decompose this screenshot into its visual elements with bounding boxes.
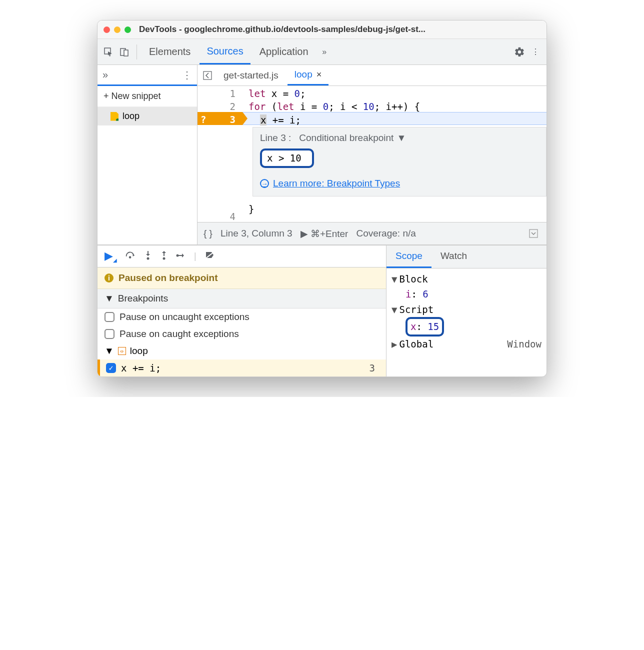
traffic-lights	[104, 26, 131, 33]
chevron-down-icon: ▼	[104, 293, 114, 304]
tab-elements[interactable]: Elements	[142, 39, 198, 64]
svg-point-8	[176, 254, 179, 257]
chevron-down-icon: ▼	[104, 346, 114, 356]
pause-uncaught-toggle[interactable]: Pause on uncaught exceptions	[98, 308, 386, 326]
chevron-right-icon[interactable]: ▶	[392, 338, 397, 350]
device-toggle-icon[interactable]	[118, 45, 132, 59]
line-gutter[interactable]: 1 2 3 4	[198, 86, 242, 222]
paused-message: i Paused on breakpoint	[98, 268, 386, 289]
line-number[interactable]: 2	[198, 99, 242, 112]
svg-point-5	[129, 256, 132, 258]
cursor-position: Line 3, Column 3	[220, 228, 292, 239]
file-item-loop[interactable]: loop	[98, 107, 197, 126]
svg-rect-4	[530, 230, 538, 238]
scope-tree[interactable]: ▼Block i: 6 ▼Script x: 15 ▶Global Window	[386, 268, 546, 354]
nav-menu-icon[interactable]: ⋮	[182, 69, 192, 81]
navigator-sidebar: » ⋮ + New snippet loop	[98, 65, 198, 244]
inspect-icon[interactable]	[102, 45, 116, 59]
step-out-icon[interactable]	[160, 250, 168, 262]
snippet-file-icon	[110, 112, 118, 121]
window-title: DevTools - googlechrome.github.io/devtoo…	[139, 24, 426, 34]
code-content[interactable]: let x = 0; for (let i = 0; i < 10; i++) …	[242, 86, 546, 222]
run-hint: ▶ ⌘+Enter	[300, 228, 348, 240]
bp-line-label: Line 3 :	[260, 132, 291, 144]
bp-condition-highlight	[260, 148, 314, 168]
file-item-label: loop	[122, 111, 140, 122]
breakpoint-entry[interactable]: ✓ x += i; 3	[98, 360, 386, 376]
tab-application[interactable]: Application	[252, 39, 316, 64]
arrow-right-circle-icon: →	[260, 179, 269, 188]
line-number-breakpoint[interactable]: 3	[198, 112, 242, 125]
expand-nav-icon[interactable]: »	[102, 69, 108, 80]
titlebar: DevTools - googlechrome.github.io/devtoo…	[98, 20, 546, 39]
deactivate-breakpoints-icon[interactable]	[204, 250, 216, 262]
editor-tab-label: loop	[294, 69, 312, 80]
learn-more-link[interactable]: → Learn more: Breakpoint Types	[260, 178, 539, 189]
debugger-left-panel: ▶◢ | i Paused on breakpoint ▼ Breakpoint…	[98, 246, 386, 376]
settings-icon[interactable]	[512, 45, 526, 59]
editor-area: get-started.js loop × 1 2 3 4 let x = 0;	[198, 65, 546, 244]
editor-tab-get-started[interactable]: get-started.js	[216, 66, 286, 85]
tab-sources[interactable]: Sources	[200, 39, 250, 64]
more-tabs-icon[interactable]: »	[318, 45, 332, 59]
editor-tab-loop[interactable]: loop ×	[288, 65, 328, 86]
chevron-down-icon: ▼	[396, 132, 406, 144]
devtools-window: DevTools - googlechrome.github.io/devtoo…	[97, 20, 547, 377]
breakpoint-dialog: Line 3 : Conditional breakpoint ▼ →	[252, 127, 546, 196]
nav-back-icon[interactable]	[200, 68, 214, 82]
step-icon[interactable]	[176, 251, 186, 262]
svg-point-6	[147, 258, 150, 260]
breakpoint-file-row[interactable]: ▼ ‹› loop	[98, 342, 386, 360]
checkbox-unchecked-icon[interactable]	[104, 312, 114, 322]
bp-type-dropdown[interactable]: Conditional breakpoint ▼	[299, 132, 406, 144]
pause-caught-toggle[interactable]: Pause on caught exceptions	[98, 326, 386, 342]
line-number[interactable]: 4	[198, 209, 242, 222]
svg-point-7	[163, 258, 166, 260]
breakpoints-section-header[interactable]: ▼ Breakpoints	[98, 289, 386, 308]
close-tab-icon[interactable]: ×	[316, 70, 322, 80]
tab-scope[interactable]: Scope	[386, 246, 432, 268]
collapse-panel-icon[interactable]	[526, 226, 540, 240]
bp-condition-input[interactable]	[267, 152, 307, 164]
line-number[interactable]: 1	[198, 86, 242, 99]
close-window-icon[interactable]	[104, 26, 110, 33]
kebab-menu-icon[interactable]: ⋮	[528, 45, 542, 59]
tab-watch[interactable]: Watch	[432, 246, 476, 268]
minimize-window-icon[interactable]	[114, 26, 120, 33]
svg-rect-3	[204, 72, 212, 80]
scope-highlight: x: 15	[406, 317, 444, 336]
chevron-down-icon[interactable]: ▼	[392, 274, 397, 284]
checkbox-checked-icon[interactable]: ✓	[106, 363, 116, 373]
editor-status-bar: { } Line 3, Column 3 ▶ ⌘+Enter Coverage:…	[198, 222, 546, 244]
debug-toolbar: ▶◢ |	[98, 246, 386, 268]
maximize-window-icon[interactable]	[124, 26, 131, 33]
chevron-down-icon[interactable]: ▼	[392, 304, 397, 315]
checkbox-unchecked-icon[interactable]	[104, 329, 114, 339]
resume-icon[interactable]: ▶◢	[104, 250, 117, 263]
svg-rect-2	[124, 50, 128, 56]
snippet-badge-icon: ‹›	[118, 347, 126, 355]
debugger-right-panel: Scope Watch ▼Block i: 6 ▼Script x: 15 ▶G…	[386, 246, 546, 376]
pretty-print-icon[interactable]: { }	[204, 228, 212, 239]
new-snippet-button[interactable]: + New snippet	[98, 86, 197, 107]
main-toolbar: Elements Sources Application » ⋮	[98, 39, 546, 65]
coverage-status: Coverage: n/a	[356, 228, 416, 239]
step-over-icon[interactable]	[125, 250, 136, 262]
step-into-icon[interactable]	[144, 250, 152, 262]
info-icon: i	[104, 274, 114, 282]
